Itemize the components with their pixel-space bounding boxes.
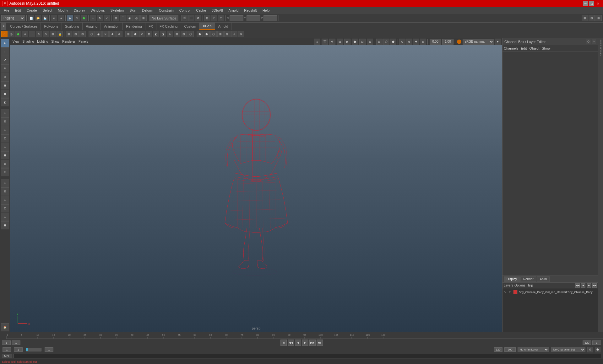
tool-snap-1[interactable]: ⬡ [89,31,95,37]
tool-3[interactable]: ✚ [22,31,28,37]
maximize-button[interactable]: □ [589,1,594,6]
tab-sculpting[interactable]: Sculpting [62,23,83,30]
tool-c[interactable]: ⊙ [139,31,145,37]
vp-orbit-btn[interactable]: ↺ [329,39,335,45]
tab-rigging[interactable]: Rigging [83,23,101,30]
y-coord-input[interactable] [247,15,260,21]
vp-grid-btn[interactable]: ⊞ [337,39,343,45]
vp-lighting-menu[interactable]: Lighting [36,40,49,44]
tool-xgen-5[interactable]: ⊠ [224,31,231,37]
tab-xgen[interactable]: XGen [199,23,215,30]
near-input[interactable]: 0.00 [430,39,441,45]
live-surface-area[interactable]: No Live Surface [149,15,178,21]
vp-subdiv-btn[interactable]: ⬟ [390,39,396,45]
sidebar-tool-20[interactable]: ⬟ [1,221,9,229]
open-file-button[interactable]: 📂 [35,15,41,21]
vp-panels-menu[interactable]: Panels [77,40,90,44]
tool-xgen-7[interactable]: ✕ [238,31,244,37]
menu-windows[interactable]: Windows [88,8,107,13]
tool-2[interactable]: ⬟ [15,31,21,37]
menu-redshift[interactable]: Redshift [242,8,259,13]
tool-b[interactable]: ⬟ [132,31,139,37]
tool-home[interactable]: ⌂ [1,31,8,37]
paint-select-button[interactable]: ⬟ [81,15,87,21]
snap-point-button[interactable]: ◉ [127,15,133,21]
cb-object-menu[interactable]: Object [529,46,539,50]
layer-color-swatch[interactable] [513,290,518,294]
snap-curve-button[interactable]: ⌒ [120,15,126,21]
menu-edit[interactable]: Edit [13,8,24,13]
current-frame-label[interactable]: 1 [592,340,601,345]
tab-rendering[interactable]: Rendering [123,23,145,30]
sidebar-tool-1[interactable]: ↗ [1,56,9,64]
menu-display[interactable]: Display [71,8,88,13]
sidebar-tool-19[interactable]: ⬡ [1,213,9,221]
start-frame-field[interactable]: 1 [3,347,11,352]
cb-show-menu[interactable]: Show [542,46,551,50]
vp-paint-btn[interactable]: ⬟ [352,39,358,45]
menu-control[interactable]: Control [177,8,193,13]
sidebar-select-btn[interactable]: ▶ [1,39,9,47]
viewport-canvas[interactable]: persp X Y [10,45,502,332]
tab-fx[interactable]: FX [145,23,156,30]
channel-box-close-btn[interactable]: ✕ [592,40,596,44]
frame-end-input[interactable]: 120 [494,347,503,352]
tab-curves-surfaces[interactable]: Curves / Surfaces [7,23,41,30]
playback-stepback-btn[interactable]: ◀◀ [288,340,294,346]
display-menu-button[interactable]: ⊞ [204,15,210,21]
start-range-field[interactable]: 1 [14,347,23,352]
tool-j[interactable]: ⬡ [187,31,194,37]
sidebar-tool-7[interactable]: ⊞ [1,109,9,117]
tool-h[interactable]: ⊞ [174,31,180,37]
vp-view-menu[interactable]: View [11,40,21,44]
mel-tab[interactable]: MEL [2,354,12,358]
playback-first-btn[interactable]: ⏮ [280,340,287,346]
tool-snap-4[interactable]: ✚ [109,31,116,37]
render-settings-button[interactable]: ⚙ [195,15,201,21]
cb-edit-menu[interactable]: Edit [521,46,527,50]
vp-xray-btn[interactable]: ⊡ [359,39,366,45]
layer-visible-toggle[interactable]: V [504,291,508,294]
menu-skin[interactable]: Skin [127,8,139,13]
menu-3dtool[interactable]: 3DtoAll [209,8,225,13]
save-file-button[interactable]: 💾 [42,15,48,21]
tool-1[interactable]: ◎ [8,31,14,37]
vp-bbox-btn[interactable]: ⊞ [376,39,383,45]
vp-show-menu[interactable]: Show [50,40,60,44]
current-frame-input[interactable]: 1 [12,340,20,345]
menu-arnold[interactable]: Arnold [226,8,241,13]
layer-nav-first[interactable]: ◀◀ [575,283,580,288]
menu-file[interactable]: File [1,8,12,13]
select-tool-button[interactable]: ▶ [67,15,73,21]
tool-a[interactable]: ⊞ [125,31,132,37]
range-start-input[interactable]: 1 [2,340,11,345]
vp-smooth-btn[interactable]: ⬡ [383,39,389,45]
sidebar-tool-10[interactable]: ⊠ [1,134,9,142]
menu-modify[interactable]: Modify [55,8,70,13]
layer-item-0[interactable]: V P Shy_Chinese_Baby_Girl_mb_standart:Sh… [503,289,597,295]
tool-e[interactable]: ◐ [153,31,159,37]
sidebar-tool-8[interactable]: ⊟ [1,117,9,126]
playback-back-btn[interactable]: ◀ [295,340,301,346]
layers-menu[interactable]: Layers [504,284,513,287]
sidebar-tool-18[interactable]: ⊠ [1,204,9,212]
tool-6[interactable]: ⊙ [43,31,49,37]
layer-playback-toggle[interactable]: P [509,291,512,294]
char-set-btn1[interactable]: ⚙ [587,347,593,352]
tool-8[interactable]: 🔒 [57,31,63,37]
sidebar-paint-btn[interactable]: ↕ [1,47,9,56]
menu-create[interactable]: Create [24,8,40,13]
menu-help[interactable]: Help [260,8,272,13]
menu-cache[interactable]: Cache [193,8,209,13]
end-frame-field[interactable]: 1 [45,347,53,352]
layer-tab-display[interactable]: Display [504,276,520,282]
scale-tool-button[interactable]: ⤢ [104,15,110,21]
tab-arnold[interactable]: Arnold [215,23,232,30]
tab-polygons[interactable]: Polygons [41,23,62,30]
snap-surface-button[interactable]: ⊠ [140,15,147,21]
vp-hud-btn[interactable]: ⊗ [420,39,426,45]
playback-last-btn[interactable]: ⏭ [317,340,323,346]
cb-channels-menu[interactable]: Channels [504,46,518,50]
snap-grid-button[interactable]: ⊞ [113,15,119,21]
sidebar-tool-2[interactable]: ⊕ [1,64,9,72]
